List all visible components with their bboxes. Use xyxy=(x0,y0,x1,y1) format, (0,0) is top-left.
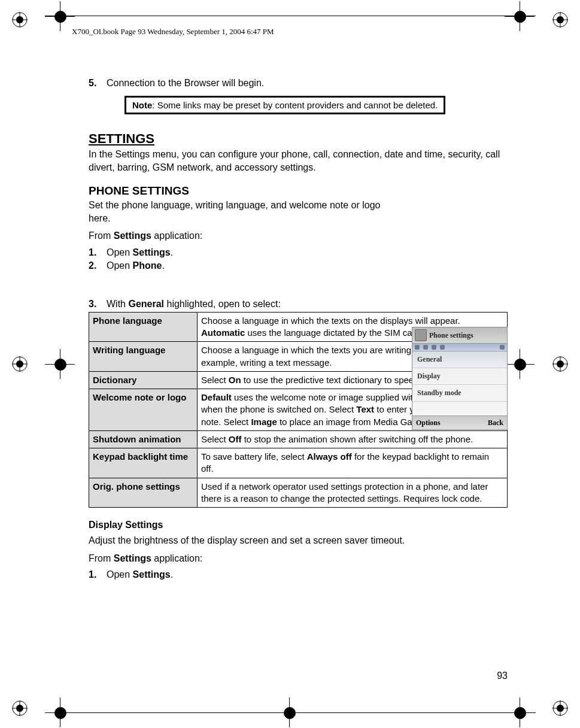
table-label: Writing language xyxy=(89,342,198,372)
table-label: Shutdown animation xyxy=(89,430,198,448)
settings-heading: SETTINGS xyxy=(89,131,508,147)
table-desc: Used if a network operator used settings… xyxy=(198,478,508,508)
display-from-settings-line: From Settings application: xyxy=(89,552,508,565)
phone-mock-title: Phone settings xyxy=(429,331,473,340)
table-label: Dictionary xyxy=(89,371,198,389)
registration-mark-icon xyxy=(12,12,28,28)
phone-settings-heading: PHONE SETTINGS xyxy=(89,184,508,198)
phone-mock-item-standby: Standby mode xyxy=(412,385,507,402)
phone-mock-item-general: General xyxy=(412,351,507,368)
table-row: Keypad backlight timeTo save battery lif… xyxy=(89,448,508,478)
step-3: 3. With General highlighted, open to sel… xyxy=(89,299,508,310)
settings-intro: In the Settings menu, you can configure … xyxy=(89,148,508,174)
page-header-text: X700_OI.book Page 93 Wednesday, Septembe… xyxy=(72,27,274,37)
phone-settings-screenshot: Phone settings General Display Standby m… xyxy=(412,327,508,430)
softkey-right: Back xyxy=(488,418,503,427)
table-label: Phone language xyxy=(89,312,198,342)
table-row: Orig. phone settingsUsed if a network op… xyxy=(89,478,508,508)
registration-mark-icon xyxy=(12,700,28,716)
note-label: Note xyxy=(132,100,152,110)
step-1: 1. Open Settings. xyxy=(89,247,400,258)
registration-mark-icon xyxy=(552,356,568,372)
table-label: Keypad backlight time xyxy=(89,448,198,478)
display-settings-intro: Adjust the brightness of the display scr… xyxy=(89,534,508,547)
note-box: Note: Some links may be preset by conten… xyxy=(124,96,445,114)
header-rule xyxy=(45,16,536,16)
registration-mark-icon xyxy=(552,12,568,28)
settings-icon xyxy=(415,329,427,341)
phone-statusbar xyxy=(412,344,507,351)
page-number: 93 xyxy=(497,671,508,681)
step-text: Connection to the Browser will begin. xyxy=(107,78,508,89)
step-2: 2. Open Phone. xyxy=(89,260,400,271)
table-label: Orig. phone settings xyxy=(89,478,198,508)
table-desc: To save battery life, select Always off … xyxy=(198,448,508,478)
step-number: 5. xyxy=(89,78,107,89)
from-settings-line: From Settings application: xyxy=(89,229,400,242)
phone-settings-intro: Set the phone language, writing language… xyxy=(89,199,400,225)
display-settings-heading: Display Settings xyxy=(89,520,508,530)
registration-mark-icon xyxy=(552,700,568,716)
step-5: 5. Connection to the Browser will begin. xyxy=(89,78,508,89)
table-label: Welcome note or logo xyxy=(89,389,198,431)
table-row: Shutdown animationSelect Off to stop the… xyxy=(89,430,508,448)
phone-mock-item-display: Display xyxy=(412,368,507,385)
registration-mark-icon xyxy=(12,356,28,372)
table-desc: Select Off to stop the animation shown a… xyxy=(198,430,508,448)
softkey-left: Options xyxy=(416,418,441,427)
display-step-1: 1. Open Settings. xyxy=(89,569,508,580)
note-text: : Some links may be preset by content pr… xyxy=(152,100,438,110)
